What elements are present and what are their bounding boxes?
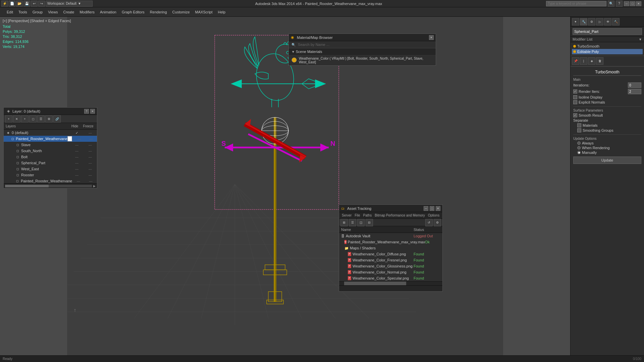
- display-icon-btn[interactable]: 👁: [604, 18, 611, 25]
- asset-row[interactable]: P Weathervane_Color_Glossiness.png Found: [339, 263, 442, 269]
- isoline-checkbox[interactable]: [573, 95, 577, 99]
- update-button[interactable]: Update: [573, 157, 641, 164]
- layer-panel-close-btn[interactable]: ✕: [90, 109, 95, 114]
- make-unique-btn[interactable]: ◈: [588, 57, 595, 65]
- layer-item[interactable]: ◻ Painted_Rooster_Weathervane — —: [4, 178, 97, 183]
- explicit-normals-checkbox[interactable]: [573, 100, 577, 104]
- asset-tracking-minimize-btn[interactable]: ─: [424, 206, 428, 211]
- asset-menu-bitmap[interactable]: Bitmap Performance and Memory: [373, 214, 426, 217]
- object-name-input[interactable]: [573, 28, 642, 35]
- menu-help[interactable]: Help: [215, 7, 228, 17]
- layer-new-btn[interactable]: +: [5, 115, 12, 123]
- maximize-btn[interactable]: □: [630, 1, 635, 6]
- update-always-radio[interactable]: [577, 141, 581, 145]
- asset-settings-btn[interactable]: ⚙: [434, 219, 441, 226]
- layer-item[interactable]: ◻ South_North — —: [4, 148, 97, 154]
- update-rendering-radio[interactable]: [577, 146, 581, 149]
- pin-stack-btn[interactable]: 📌: [572, 57, 579, 65]
- app-icon[interactable]: ⚡: [1, 1, 8, 7]
- smoothing-groups-checkbox[interactable]: [577, 128, 581, 132]
- layer-delete-btn[interactable]: ✕: [13, 115, 20, 123]
- asset-row[interactable]: P Weathervane_Color_Diffuse.png Found: [339, 251, 442, 257]
- menu-graph-editors[interactable]: Graph Editors: [119, 7, 147, 17]
- search-btn[interactable]: 🔍: [608, 1, 614, 7]
- render-iters-checkbox[interactable]: ✓: [573, 89, 577, 94]
- material-browser-close-btn[interactable]: ✕: [429, 35, 434, 40]
- layer-item[interactable]: ◻ Bolt — —: [4, 154, 97, 160]
- smooth-result-checkbox[interactable]: ✓: [573, 113, 577, 117]
- menu-animation[interactable]: Animation: [97, 7, 119, 17]
- utilities-icon-btn[interactable]: 🔨: [612, 18, 620, 25]
- asset-btn-2[interactable]: ☰: [349, 219, 356, 226]
- new-file-btn[interactable]: 📄: [9, 1, 15, 7]
- asset-btn-4[interactable]: ⊟: [366, 219, 373, 226]
- hierarchy-icon-btn[interactable]: ⚙: [588, 18, 595, 25]
- layer-scroll-right-arrow[interactable]: ▶: [93, 184, 96, 188]
- asset-row[interactable]: 📁 Maps / Shaders: [339, 245, 442, 251]
- global-search-input[interactable]: [546, 1, 606, 6]
- asset-row[interactable]: M Painted_Rooster_Weathervane_max_vray.m…: [339, 239, 442, 245]
- asset-row[interactable]: P Weathervane_Color_Fresnel.png Found: [339, 257, 442, 263]
- material-item[interactable]: Weathervane_Color ( VRayMtl ) [Bolt, Roo…: [289, 55, 436, 65]
- layer-settings-btn[interactable]: ⚙: [45, 115, 53, 123]
- layer-item[interactable]: ◻ West_East — —: [4, 166, 97, 172]
- layer-scroll-track[interactable]: [5, 185, 92, 187]
- layer-item[interactable]: ◻ Painted_Rooster_Weathervane — —: [4, 136, 97, 142]
- layer-item[interactable]: ◻ Spherical_Part — —: [4, 160, 97, 166]
- layer-link-btn[interactable]: 🔗: [53, 115, 61, 123]
- asset-refresh-btn[interactable]: ↺: [425, 219, 433, 226]
- asset-tracking-maximize-btn[interactable]: □: [430, 206, 434, 211]
- layer-scroll-thumb[interactable]: [5, 185, 49, 187]
- asset-menu-options[interactable]: Options: [427, 214, 441, 217]
- menu-create[interactable]: Create: [60, 7, 77, 17]
- asset-tracking-close-btn[interactable]: ✕: [436, 206, 440, 211]
- modifier-turbosmooth[interactable]: TurboSmooth: [572, 44, 643, 49]
- layer-select-highlight-btn[interactable]: ☰: [37, 115, 45, 123]
- layer-add-sel-btn[interactable]: +: [21, 115, 29, 123]
- layer-select-btn[interactable]: ◻: [29, 115, 37, 123]
- asset-row[interactable]: 🗄 Autodesk Vault Logged Out: [339, 233, 442, 239]
- layer-item[interactable]: ◈ 0 (default) ✓ —: [4, 130, 97, 136]
- layer-item[interactable]: ◻ Stave — —: [4, 142, 97, 148]
- modify-icon-btn[interactable]: 🔧: [580, 18, 587, 25]
- menu-tools[interactable]: Tools: [16, 7, 30, 17]
- asset-menu-server[interactable]: Server: [340, 214, 353, 217]
- render-iters-input[interactable]: [628, 89, 641, 94]
- asset-row[interactable]: P Weathervane_Color_Normal.png Found: [339, 269, 442, 275]
- menu-rendering[interactable]: Rendering: [147, 7, 170, 17]
- close-btn[interactable]: ✕: [636, 1, 641, 6]
- workspace-selector[interactable]: Workspace: Default ▼: [46, 1, 93, 7]
- asset-menu-paths[interactable]: Paths: [362, 214, 373, 217]
- asset-btn-1[interactable]: ⊞: [340, 219, 348, 226]
- layer-panel-help-btn[interactable]: ?: [84, 109, 89, 114]
- iterations-input[interactable]: [628, 82, 641, 88]
- asset-path-input[interactable]: [339, 286, 442, 291]
- asset-btn-3[interactable]: ◫: [357, 219, 365, 226]
- layer-item[interactable]: ◻ Rooster — —: [4, 172, 97, 178]
- motion-icon-btn[interactable]: ▷: [596, 18, 603, 25]
- layer-list[interactable]: ◈ 0 (default) ✓ — ◻ Painted_Rooster_Weat…: [4, 130, 97, 183]
- menu-views[interactable]: Views: [45, 7, 60, 17]
- asset-menu-file[interactable]: File: [353, 214, 361, 217]
- layer-scrollbar[interactable]: ▶: [4, 183, 97, 188]
- minimize-btn[interactable]: ─: [624, 1, 629, 6]
- create-icon-btn[interactable]: ✦: [572, 18, 579, 25]
- menu-maxscript[interactable]: MAXScript: [193, 7, 215, 17]
- save-file-btn[interactable]: 💾: [23, 1, 30, 7]
- show-end-result-btn[interactable]: |: [580, 57, 587, 65]
- undo-btn[interactable]: ↩: [31, 1, 38, 7]
- help-icon[interactable]: ?: [616, 1, 623, 7]
- materials-checkbox[interactable]: [577, 123, 581, 127]
- menu-edit[interactable]: Edit: [4, 7, 16, 17]
- asset-horizontal-scrollbar[interactable]: [339, 281, 442, 285]
- asset-row[interactable]: P Weathervane_Color_Specular.png Found: [339, 275, 442, 281]
- modifier-editablepoly[interactable]: Editable Poly: [572, 49, 643, 54]
- redo-btn[interactable]: ↪: [38, 1, 45, 7]
- remove-modifier-btn[interactable]: 🗑: [596, 57, 603, 65]
- update-manually-radio[interactable]: [577, 151, 581, 154]
- menu-modifiers[interactable]: Modifiers: [77, 7, 97, 17]
- menu-group[interactable]: Group: [30, 7, 46, 17]
- viewport[interactable]: [+] [Perspective] [Shaded + Edged Faces]…: [0, 17, 570, 362]
- menu-customize[interactable]: Customize: [170, 7, 193, 17]
- open-file-btn[interactable]: 📂: [16, 1, 23, 7]
